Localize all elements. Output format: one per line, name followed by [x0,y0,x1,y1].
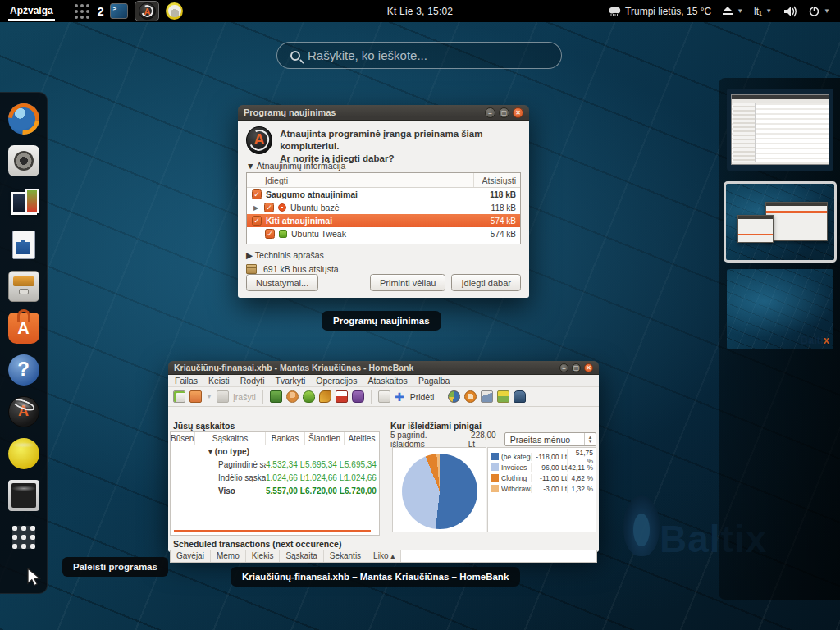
legend-row[interactable]: Withdrawal of cash -3,00 Lt 1,32 % [491,483,594,494]
accounts-total-row: Viso 5.557,00 Lt 6.720,00 Lt 6.720,00 Lt [171,485,379,498]
scheduled-table-header[interactable]: Gavėjai Memo Kiekis Sąskaita Sekantis Li… [170,550,597,563]
statistics-pie-icon[interactable] [448,390,460,403]
account-group-row[interactable]: ▾ (no type) [171,445,379,459]
menu-pagalba[interactable]: Pagalba [418,376,450,386]
budget-icon[interactable] [352,390,364,403]
assignments-icon[interactable] [319,390,331,403]
workspace-thumbnail-2-active[interactable] [724,181,837,262]
show-applications-icon[interactable] [12,526,35,549]
homebank-window[interactable]: Kriaučiūnų-finansai.xhb - Mantas Kriauči… [168,361,599,552]
col-gavejai[interactable]: Gavėjai [171,550,211,562]
firefox-icon[interactable] [8,103,39,135]
activities-button[interactable]: Apžvalga [8,2,55,21]
account-row[interactable]: Indėlio sąskaita 1.024,66 Lt 1.024,66 Lt… [171,472,379,485]
save-icon[interactable] [217,390,229,403]
maximize-button[interactable]: ▢ [572,363,581,372]
power-menu[interactable]: ▼ [808,5,830,17]
update-row-ubuntu-base[interactable]: ▶✓Ubuntu bazė 118 kB [247,201,520,214]
update-row-other-selected[interactable]: ✓Kiti atnaujinimai 574 kB [247,214,520,227]
close-button[interactable]: ✕ [513,107,523,118]
col-install[interactable]: Įdiegti [247,173,474,187]
open-file-icon[interactable] [189,390,202,403]
account-row[interactable]: Pagrindinė sąska 4.532,34 Lt 5.695,34 Lt… [171,459,379,472]
libreoffice-writer-icon[interactable] [8,229,39,260]
software-updater-window[interactable]: Programų naujinimas – ▢ ✕ Atnaujinta pro… [238,105,529,298]
vehicle-cost-icon[interactable] [514,390,526,403]
removable-media-menu[interactable]: ▼ [722,7,743,16]
window-list-icon[interactable] [75,4,89,19]
categories-icon[interactable] [303,390,315,403]
photos-icon[interactable] [8,187,39,218]
baltix-user-icon[interactable] [8,438,39,469]
search-input[interactable]: Rašykite, ko ieškote... [276,42,562,69]
legend-row[interactable]: (be kategorijos) -118,00 Lt 51,75 % [491,451,594,462]
install-now-button[interactable]: Įdiegti dabar [451,274,521,291]
terminal-icon[interactable] [8,480,39,511]
maximize-button[interactable]: ▢ [499,107,509,118]
spinner-arrows-icon[interactable]: ▲▼ [584,433,596,445]
update-info-expander[interactable]: ▼ Atnaujinimų informacija [246,161,345,171]
remind-later-button[interactable]: Priminti vėliau [370,274,445,291]
menu-keisti[interactable]: Keisti [208,376,230,386]
help-icon[interactable] [8,354,39,386]
rhythmbox-icon[interactable] [8,145,39,176]
trend-time-icon[interactable] [464,390,477,403]
homebank-titlebar[interactable]: Kriaučiūnų-finansai.xhb - Mantas Kriauči… [168,361,599,375]
col-saskaita[interactable]: Sąskaita [280,550,323,562]
payees-icon[interactable] [286,390,299,403]
balance-report-icon[interactable] [481,390,493,403]
menu-tvarkyti[interactable]: Tvarkyti [275,376,305,386]
report-icon[interactable] [378,390,390,403]
menu-rodyti[interactable]: Rodyti [240,376,265,386]
accounts-icon[interactable] [270,390,282,403]
accounts-table[interactable]: Būsena Sąskaitos Bankas Šiandien Ateitie… [170,431,380,536]
workspace-thumbnail-1[interactable] [727,89,833,171]
col-download[interactable]: Atsisiųsti [474,173,520,187]
period-select[interactable]: Praeitas mėnuo ▲▼ [504,432,596,446]
menu-ataskaitos[interactable]: Ataskaitos [368,376,407,386]
ubuntu-software-icon[interactable] [8,313,39,344]
archive-icon[interactable] [336,390,348,403]
workspace-thumbnail-3[interactable]: Baltix [727,269,833,349]
minimize-button[interactable]: – [485,107,495,118]
weather-indicator[interactable]: Trumpi lietūs, 15 °C [608,5,711,18]
updates-table[interactable]: Įdiegti Atsisiųsti ✓Saugumo atnaujinimai… [246,172,521,244]
updater-titlebar[interactable]: Programų naujinimas – ▢ ✕ [238,105,529,121]
col-memo[interactable]: Memo [211,550,246,562]
close-button[interactable]: ✕ [584,363,593,372]
add-transaction-icon[interactable]: ✚ [395,390,404,404]
menu-failas[interactable]: Failas [175,376,198,386]
col-kiekis[interactable]: Kiekis [246,550,281,562]
new-file-icon[interactable] [173,390,185,403]
checkbox-checked-icon[interactable]: ✓ [265,229,275,239]
volume-icon[interactable] [783,5,797,18]
legend-row[interactable]: Clothing -11,00 Lt 4,82 % [491,472,594,483]
accounts-table-header[interactable]: Būsena Sąskaitos Bankas Šiandien Ateitie… [171,432,379,445]
legend-row[interactable]: Invoices -96,00 Lt 42,11 % [491,462,594,472]
updates-table-header[interactable]: Įdiegti Atsisiųsti [247,173,520,188]
software-updater-icon[interactable] [8,396,39,427]
col-sekantis[interactable]: Sekantis [324,550,368,562]
software-updater-app-icon[interactable] [135,1,159,21]
budget-report-icon[interactable] [497,390,509,403]
update-row-security[interactable]: ✓Saugumo atnaujinimai 118 kB [247,188,520,201]
open-recent-dropdown-icon[interactable]: ▼ [206,393,212,400]
col-liko-sorted[interactable]: Liko ▴ [368,550,401,562]
checkbox-checked-icon[interactable]: ✓ [264,203,274,212]
minimize-button[interactable]: – [559,363,568,372]
baltix-app-icon[interactable] [166,2,183,20]
technical-description-expander[interactable]: ▶ Techninis aprašas [246,250,324,260]
terminal-app-icon[interactable] [110,3,128,19]
checkbox-checked-icon[interactable]: ✓ [252,189,262,199]
keyboard-layout-menu[interactable]: lt₁▼ [754,6,772,17]
file-archiver-icon[interactable] [8,271,39,302]
add-transaction-label[interactable]: Pridėti [410,392,435,402]
menu-operacijos[interactable]: Operacijos [316,376,357,386]
checkbox-checked-icon[interactable]: ✓ [252,216,262,226]
update-row-ubuntu-tweak[interactable]: ✓Ubuntu Tweak 574 kB [247,227,520,240]
clock[interactable]: Kt Lie 3, 15:02 [387,6,453,17]
settings-button[interactable]: Nustatymai... [246,274,318,291]
expand-arrow-icon[interactable]: ▶ [252,204,260,212]
save-label[interactable]: Įrašyti [233,392,256,402]
updater-app-icon [246,126,272,154]
